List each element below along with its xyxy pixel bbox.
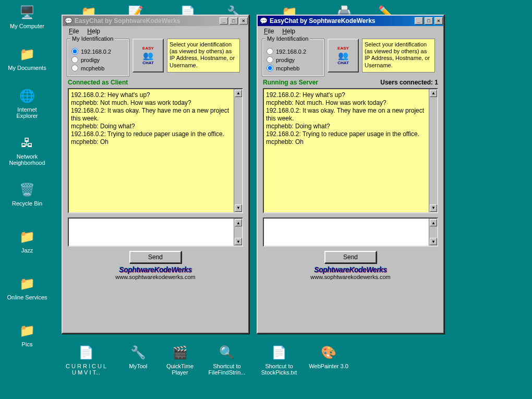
desktop-icon-label: Online Services	[6, 294, 48, 300]
minimize-button[interactable]: _	[415, 17, 423, 25]
menubar: File Help	[63, 26, 248, 37]
radio-username[interactable]: mcphebb	[267, 65, 320, 71]
desktop-icon-left-3[interactable]: 🖧Network Neighborhood	[6, 135, 48, 166]
desktop-icon-label: Jazz	[6, 247, 48, 253]
desktop-icon-bottom-5[interactable]: 🎨WebPainter 3.0	[308, 344, 349, 369]
desktop-icon-label: Shortcut to FileFindStrin...	[206, 363, 248, 376]
desktop-icon-label: Pics	[6, 341, 48, 347]
minimize-button[interactable]: _	[220, 17, 228, 25]
message-input-container: ▲ ▼	[263, 217, 438, 247]
desktop-icon-label: QuickTime Player	[159, 363, 201, 376]
desktop-icon-glyph: 🎨	[320, 344, 337, 361]
menu-file[interactable]: File	[65, 27, 83, 36]
app-logo: EASY 👥 CHAT	[132, 39, 164, 72]
desktop-icon-glyph: 📁	[19, 46, 35, 63]
menubar: File Help	[258, 26, 443, 37]
desktop-icon-bottom-0[interactable]: 📄C U R R I C U L U M V I T...	[65, 344, 107, 376]
close-button[interactable]: ×	[239, 17, 248, 25]
radio-hostname[interactable]: prodigy	[267, 56, 320, 63]
scrollbar[interactable]: ▲ ▼	[429, 219, 437, 246]
chat-log[interactable]: 192.168.0.2: Hey what's up? mcphebb: Not…	[263, 88, 438, 213]
chat-text: 192.168.0.2: Hey what's up? mcphebb: Not…	[266, 91, 428, 146]
window-title: EasyChat by SophtwareKodeWerks	[270, 17, 376, 25]
connection-status: Connected as Client	[68, 79, 128, 86]
desktop-icon-label: C U R R I C U L U M V I T...	[65, 363, 107, 376]
desktop-icon-bottom-4[interactable]: 📄Shortcut to StockPicks.txt	[258, 344, 300, 376]
desktop-icon-label: My Computer	[6, 23, 48, 29]
desktop-icon-label: Network Neighborhood	[6, 153, 48, 166]
scroll-up-button[interactable]: ▲	[430, 219, 437, 226]
brand-logo: SophtwareKodeWerks	[63, 265, 248, 274]
menu-file[interactable]: File	[260, 27, 278, 36]
scrollbar[interactable]: ▲ ▼	[429, 89, 437, 212]
desktop-icon-label: Internet Explorer	[6, 106, 48, 119]
scroll-up-button[interactable]: ▲	[235, 219, 242, 226]
scroll-up-button[interactable]: ▲	[430, 90, 437, 97]
maximize-button[interactable]: □	[229, 17, 238, 25]
desktop-icon-glyph: 🔍	[219, 344, 235, 361]
maximize-button[interactable]: □	[425, 17, 433, 25]
radio-ip[interactable]: 192.168.0.2	[71, 48, 125, 55]
desktop-icon-glyph: 🌐	[19, 88, 35, 104]
easychat-window-client[interactable]: 💬 EasyChat by SophtwareKodeWerks _ □ × F…	[62, 15, 249, 334]
desktop-icon-glyph: 📄	[271, 344, 287, 361]
desktop-icon-left-2[interactable]: 🌐Internet Explorer	[6, 88, 48, 119]
desktop-icon-label: My Documents	[6, 65, 48, 71]
send-button[interactable]: Send	[324, 251, 377, 263]
send-button[interactable]: Send	[129, 251, 182, 263]
titlebar[interactable]: 💬 EasyChat by SophtwareKodeWerks _ □ ×	[258, 16, 443, 26]
titlebar[interactable]: 💬 EasyChat by SophtwareKodeWerks _ □ ×	[63, 16, 248, 26]
desktop-icon-glyph: 🔧	[130, 344, 147, 361]
desktop-icon-glyph: 📁	[19, 275, 35, 292]
app-icon: 💬	[64, 17, 72, 25]
brand-logo: SophtwareKodeWerks	[258, 265, 443, 274]
brand-url: www.sophtwarekodewerks.com	[63, 274, 248, 280]
desktop-icon-glyph: 🗑️	[19, 182, 35, 198]
group-legend: My Identification	[265, 35, 310, 42]
scroll-up-button[interactable]: ▲	[235, 90, 242, 97]
desktop-icon-label: WebPainter 3.0	[308, 363, 349, 369]
desktop-icon-left-7[interactable]: 📁Pics	[6, 322, 48, 347]
desktop-icon-glyph: 🖧	[19, 135, 35, 151]
scrollbar[interactable]: ▲ ▼	[234, 89, 242, 212]
easychat-window-server[interactable]: 💬 EasyChat by SophtwareKodeWerks _ □ × F…	[257, 15, 444, 334]
scroll-down-button[interactable]: ▼	[235, 204, 242, 212]
desktop-icon-left-5[interactable]: 📁Jazz	[6, 228, 48, 253]
message-input[interactable]	[264, 219, 428, 246]
scroll-down-button[interactable]: ▼	[430, 238, 437, 245]
chat-log[interactable]: 192.168.0.2: Hey what's up? mcphebb: Not…	[68, 88, 243, 213]
desktop-icon-left-1[interactable]: 📁My Documents	[6, 46, 48, 71]
desktop-icon-bottom-2[interactable]: 🎬QuickTime Player	[159, 344, 201, 376]
close-button[interactable]: ×	[434, 17, 443, 25]
menu-help[interactable]: Help	[278, 27, 299, 36]
users-connected: Users connected: 1	[380, 79, 438, 86]
chat-text: 192.168.0.2: Hey what's up? mcphebb: Not…	[71, 91, 233, 146]
scroll-down-button[interactable]: ▼	[235, 238, 242, 245]
desktop-icon-glyph: 🖥️	[19, 4, 35, 21]
desktop-icon-left-6[interactable]: 📁Online Services	[6, 275, 48, 300]
radio-username[interactable]: mcphebb	[71, 65, 125, 71]
desktop-icon-glyph: 📁	[19, 322, 35, 339]
app-icon: 💬	[259, 17, 268, 25]
desktop-icon-label: MyTool	[117, 363, 159, 369]
window-title: EasyChat by SophtwareKodeWerks	[75, 17, 180, 25]
radio-ip[interactable]: 192.168.0.2	[267, 48, 320, 55]
desktop-icon-left-0[interactable]: 🖥️My Computer	[6, 4, 48, 29]
message-input[interactable]	[69, 219, 233, 246]
scrollbar[interactable]: ▲ ▼	[234, 219, 242, 246]
desktop-icon-label: Recycle Bin	[6, 200, 48, 207]
desktop-icon-glyph: 📁	[19, 228, 35, 245]
scroll-down-button[interactable]: ▼	[430, 204, 437, 212]
brand-url: www.sophtwarekodewerks.com	[258, 274, 443, 280]
menu-help[interactable]: Help	[83, 27, 104, 36]
radio-hostname[interactable]: prodigy	[71, 56, 125, 63]
desktop-icon-glyph: 📄	[78, 344, 94, 361]
connection-status: Running as Server	[263, 79, 318, 86]
desktop-icon-bottom-3[interactable]: 🔍Shortcut to FileFindStrin...	[206, 344, 248, 376]
desktop-icon-glyph: 🎬	[172, 344, 188, 361]
desktop-icon-label: Shortcut to StockPicks.txt	[258, 363, 300, 376]
identification-group: My Identification 192.168.0.2 prodigy mc…	[262, 39, 324, 77]
footer: SophtwareKodeWerks www.sophtwarekodewerk…	[258, 265, 443, 283]
desktop-icon-bottom-1[interactable]: 🔧MyTool	[117, 344, 159, 369]
desktop-icon-left-4[interactable]: 🗑️Recycle Bin	[6, 182, 48, 207]
